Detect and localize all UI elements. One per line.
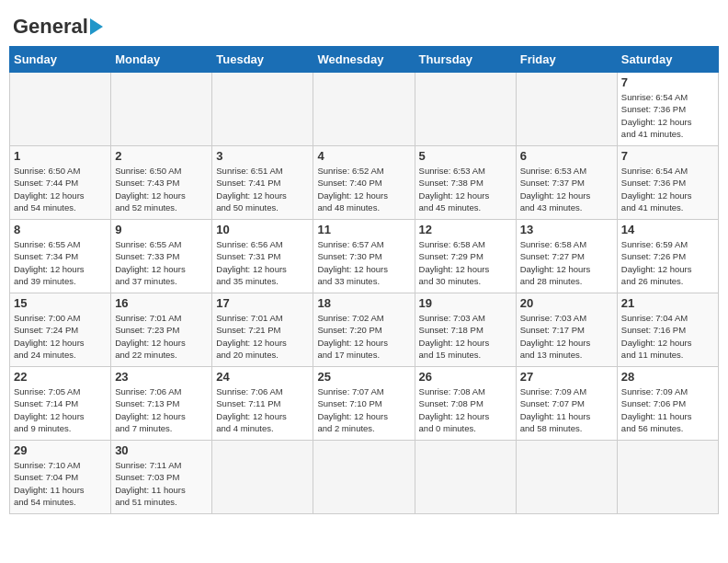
calendar-day xyxy=(415,441,516,514)
day-number: 7 xyxy=(621,75,714,89)
day-info: Sunrise: 6:54 AM Sunset: 7:36 PM Dayligh… xyxy=(621,165,714,213)
calendar-day: 10Sunrise: 6:56 AM Sunset: 7:31 PM Dayli… xyxy=(212,220,313,293)
day-number: 7 xyxy=(621,149,714,163)
calendar-day xyxy=(516,441,617,514)
day-number: 29 xyxy=(14,443,107,457)
calendar-day: 6Sunrise: 6:53 AM Sunset: 7:37 PM Daylig… xyxy=(516,146,617,220)
calendar-day: 30Sunrise: 7:11 AM Sunset: 7:03 PM Dayli… xyxy=(111,441,212,514)
calendar-week-3: 15Sunrise: 7:00 AM Sunset: 7:24 PM Dayli… xyxy=(10,293,719,367)
day-info: Sunrise: 7:06 AM Sunset: 7:13 PM Dayligh… xyxy=(115,385,208,434)
calendar-day: 8Sunrise: 6:55 AM Sunset: 7:34 PM Daylig… xyxy=(10,220,111,293)
calendar-day xyxy=(313,73,415,146)
day-info: Sunrise: 6:56 AM Sunset: 7:31 PM Dayligh… xyxy=(216,238,309,287)
calendar-day: 29Sunrise: 7:10 AM Sunset: 7:04 PM Dayli… xyxy=(10,441,111,514)
calendar-day xyxy=(111,73,212,146)
day-number: 22 xyxy=(14,370,107,384)
day-number: 20 xyxy=(520,296,613,310)
calendar-day: 19Sunrise: 7:03 AM Sunset: 7:18 PM Dayli… xyxy=(415,293,516,367)
calendar-day xyxy=(516,73,617,146)
calendar-week-2: 8Sunrise: 6:55 AM Sunset: 7:34 PM Daylig… xyxy=(10,220,719,293)
day-info: Sunrise: 6:53 AM Sunset: 7:37 PM Dayligh… xyxy=(520,165,613,213)
day-header-friday: Friday xyxy=(516,47,617,73)
logo: General xyxy=(13,15,103,35)
day-info: Sunrise: 7:06 AM Sunset: 7:11 PM Dayligh… xyxy=(216,385,309,434)
day-info: Sunrise: 6:54 AM Sunset: 7:36 PM Dayligh… xyxy=(621,91,714,140)
day-info: Sunrise: 7:01 AM Sunset: 7:23 PM Dayligh… xyxy=(115,312,208,361)
header: General xyxy=(9,9,719,40)
calendar-day: 5Sunrise: 6:53 AM Sunset: 7:38 PM Daylig… xyxy=(415,146,516,220)
calendar-day: 22Sunrise: 7:05 AM Sunset: 7:14 PM Dayli… xyxy=(10,367,111,441)
day-info: Sunrise: 7:03 AM Sunset: 7:17 PM Dayligh… xyxy=(520,312,613,361)
calendar-day: 26Sunrise: 7:08 AM Sunset: 7:08 PM Dayli… xyxy=(415,367,516,441)
day-number: 3 xyxy=(216,149,309,163)
day-header-tuesday: Tuesday xyxy=(212,47,313,73)
day-info: Sunrise: 7:02 AM Sunset: 7:20 PM Dayligh… xyxy=(317,312,410,361)
day-number: 28 xyxy=(621,370,714,384)
day-number: 30 xyxy=(115,443,208,457)
day-info: Sunrise: 6:53 AM Sunset: 7:38 PM Dayligh… xyxy=(419,165,512,213)
day-info: Sunrise: 6:50 AM Sunset: 7:44 PM Dayligh… xyxy=(14,165,107,213)
calendar-day: 18Sunrise: 7:02 AM Sunset: 7:20 PM Dayli… xyxy=(313,293,415,367)
calendar-week-5: 29Sunrise: 7:10 AM Sunset: 7:04 PM Dayli… xyxy=(10,441,719,514)
calendar-day xyxy=(415,73,516,146)
day-info: Sunrise: 7:09 AM Sunset: 7:06 PM Dayligh… xyxy=(621,385,714,434)
day-number: 5 xyxy=(419,149,512,163)
calendar-day xyxy=(212,73,313,146)
day-number: 27 xyxy=(520,370,613,384)
calendar-day: 27Sunrise: 7:09 AM Sunset: 7:07 PM Dayli… xyxy=(516,367,617,441)
day-number: 6 xyxy=(520,149,613,163)
day-number: 25 xyxy=(317,370,410,384)
day-info: Sunrise: 6:58 AM Sunset: 7:29 PM Dayligh… xyxy=(419,238,512,287)
logo-general: General xyxy=(13,15,88,39)
logo-arrow-icon xyxy=(90,18,103,35)
calendar-day: 16Sunrise: 7:01 AM Sunset: 7:23 PM Dayli… xyxy=(111,293,212,367)
day-number: 8 xyxy=(14,223,107,236)
day-info: Sunrise: 6:55 AM Sunset: 7:33 PM Dayligh… xyxy=(115,238,208,287)
day-header-sunday: Sunday xyxy=(10,47,111,73)
day-number: 4 xyxy=(317,149,410,163)
calendar-body: 7Sunrise: 6:54 AM Sunset: 7:36 PM Daylig… xyxy=(10,73,719,514)
day-info: Sunrise: 6:51 AM Sunset: 7:41 PM Dayligh… xyxy=(216,165,309,213)
day-info: Sunrise: 7:09 AM Sunset: 7:07 PM Dayligh… xyxy=(520,385,613,434)
day-number: 16 xyxy=(115,296,208,310)
day-number: 23 xyxy=(115,370,208,384)
day-info: Sunrise: 7:05 AM Sunset: 7:14 PM Dayligh… xyxy=(14,385,107,434)
day-info: Sunrise: 7:03 AM Sunset: 7:18 PM Dayligh… xyxy=(419,312,512,361)
day-number: 9 xyxy=(115,223,208,236)
calendar-week-4: 22Sunrise: 7:05 AM Sunset: 7:14 PM Dayli… xyxy=(10,367,719,441)
calendar-day: 1Sunrise: 6:50 AM Sunset: 7:44 PM Daylig… xyxy=(10,146,111,220)
day-number: 17 xyxy=(216,296,309,310)
day-number: 21 xyxy=(621,296,714,310)
calendar-day: 23Sunrise: 7:06 AM Sunset: 7:13 PM Dayli… xyxy=(111,367,212,441)
calendar-day: 28Sunrise: 7:09 AM Sunset: 7:06 PM Dayli… xyxy=(617,367,718,441)
day-info: Sunrise: 6:57 AM Sunset: 7:30 PM Dayligh… xyxy=(317,238,410,287)
calendar-day: 15Sunrise: 7:00 AM Sunset: 7:24 PM Dayli… xyxy=(10,293,111,367)
day-info: Sunrise: 7:10 AM Sunset: 7:04 PM Dayligh… xyxy=(14,459,107,508)
day-info: Sunrise: 7:00 AM Sunset: 7:24 PM Dayligh… xyxy=(14,312,107,361)
day-info: Sunrise: 7:01 AM Sunset: 7:21 PM Dayligh… xyxy=(216,312,309,361)
calendar-week-0: 7Sunrise: 6:54 AM Sunset: 7:36 PM Daylig… xyxy=(10,73,719,146)
day-number: 13 xyxy=(520,223,613,236)
day-header-wednesday: Wednesday xyxy=(313,47,415,73)
day-number: 10 xyxy=(216,223,309,236)
day-info: Sunrise: 6:59 AM Sunset: 7:26 PM Dayligh… xyxy=(621,238,714,287)
day-info: Sunrise: 7:11 AM Sunset: 7:03 PM Dayligh… xyxy=(115,459,208,508)
day-header-monday: Monday xyxy=(111,47,212,73)
calendar-day: 21Sunrise: 7:04 AM Sunset: 7:16 PM Dayli… xyxy=(617,293,718,367)
calendar-week-1: 1Sunrise: 6:50 AM Sunset: 7:44 PM Daylig… xyxy=(10,146,719,220)
calendar-day: 20Sunrise: 7:03 AM Sunset: 7:17 PM Dayli… xyxy=(516,293,617,367)
calendar-day: 17Sunrise: 7:01 AM Sunset: 7:21 PM Dayli… xyxy=(212,293,313,367)
day-number: 24 xyxy=(216,370,309,384)
day-info: Sunrise: 7:04 AM Sunset: 7:16 PM Dayligh… xyxy=(621,312,714,361)
calendar-day: 3Sunrise: 6:51 AM Sunset: 7:41 PM Daylig… xyxy=(212,146,313,220)
calendar-day: 12Sunrise: 6:58 AM Sunset: 7:29 PM Dayli… xyxy=(415,220,516,293)
calendar-day: 7Sunrise: 6:54 AM Sunset: 7:36 PM Daylig… xyxy=(617,146,718,220)
day-number: 19 xyxy=(419,296,512,310)
day-number: 1 xyxy=(14,149,107,163)
day-info: Sunrise: 6:58 AM Sunset: 7:27 PM Dayligh… xyxy=(520,238,613,287)
calendar-day: 13Sunrise: 6:58 AM Sunset: 7:27 PM Dayli… xyxy=(516,220,617,293)
day-header-saturday: Saturday xyxy=(617,47,718,73)
calendar-day: 2Sunrise: 6:50 AM Sunset: 7:43 PM Daylig… xyxy=(111,146,212,220)
calendar-day xyxy=(10,73,111,146)
calendar-day: 11Sunrise: 6:57 AM Sunset: 7:30 PM Dayli… xyxy=(313,220,415,293)
